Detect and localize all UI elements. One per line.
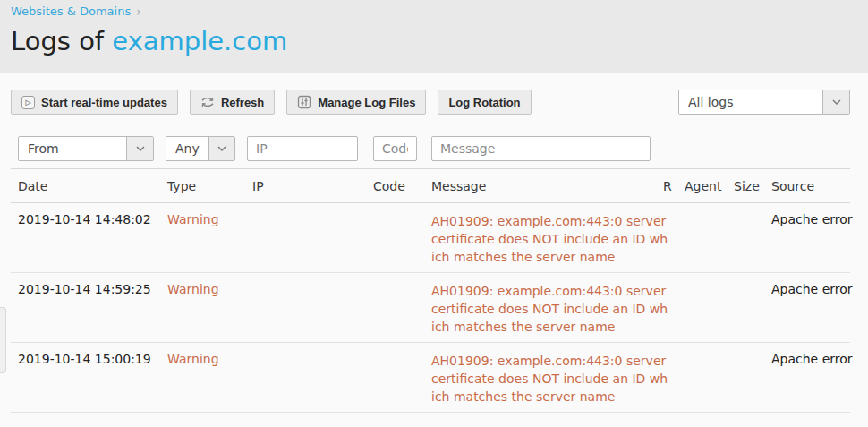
column-header-date: Date xyxy=(18,179,167,193)
date-from-select[interactable]: From xyxy=(18,136,154,161)
column-header-r: R xyxy=(663,179,685,193)
play-icon: ▷ xyxy=(21,96,35,109)
refresh-button[interactable]: Refresh xyxy=(190,90,275,115)
log-file-select-value: All logs xyxy=(679,90,822,114)
page-title-prefix: Logs of xyxy=(11,26,112,56)
table-header-row: Date Type IP Code Message R Agent Size S… xyxy=(11,168,850,203)
column-header-agent: Agent xyxy=(685,179,734,193)
log-date: 2019-10-14 15:00:19 xyxy=(18,352,167,366)
log-type: Warning xyxy=(167,212,252,226)
column-header-size: Size xyxy=(734,179,771,193)
log-rotation-button[interactable]: Log Rotation xyxy=(438,90,531,115)
breadcrumb-link-websites-domains[interactable]: Websites & Domains xyxy=(11,4,131,18)
manage-log-files-label: Manage Log Files xyxy=(318,96,415,109)
page-title-domain: example.com xyxy=(112,26,287,56)
logs-page: Websites & Domains › Logs of example.com… xyxy=(0,0,868,427)
log-type: Warning xyxy=(167,282,252,296)
column-header-ip: IP xyxy=(252,179,373,193)
column-header-message: Message xyxy=(431,179,663,193)
chevron-down-icon[interactable] xyxy=(126,137,153,160)
table-body: 2019-10-14 14:48:02 Warning AH01909: exa… xyxy=(11,203,850,413)
ip-filter-input[interactable] xyxy=(247,136,358,161)
column-header-type: Type xyxy=(167,179,252,193)
start-realtime-updates-label: Start real-time updates xyxy=(41,96,167,109)
table-row: 2019-10-14 15:00:19 Warning AH01909: exa… xyxy=(11,343,850,413)
table-row: 2019-10-14 14:48:02 Warning AH01909: exa… xyxy=(11,203,850,273)
chevron-down-icon[interactable] xyxy=(208,137,234,160)
log-type: Warning xyxy=(167,352,252,366)
filter-row: From Any xyxy=(18,136,850,161)
toolbar: ▷ Start real-time updates Refresh xyxy=(11,90,850,115)
chevron-down-icon[interactable] xyxy=(822,90,849,114)
breadcrumb: Websites & Domains › xyxy=(11,4,857,18)
date-from-value: From xyxy=(19,137,126,160)
log-message: AH01909: example.com:443:0 server certif… xyxy=(431,212,663,266)
log-file-select[interactable]: All logs xyxy=(678,90,850,115)
log-source: Apache error xyxy=(771,282,853,296)
log-date: 2019-10-14 14:59:25 xyxy=(18,282,167,296)
log-table: Date Type IP Code Message R Agent Size S… xyxy=(11,168,850,413)
page-title: Logs of example.com xyxy=(11,26,857,56)
side-panel-handle[interactable] xyxy=(0,307,6,373)
type-filter-value: Any xyxy=(166,137,208,160)
refresh-label: Refresh xyxy=(221,96,264,109)
log-message: AH01909: example.com:443:0 server certif… xyxy=(431,352,663,406)
column-header-source: Source xyxy=(771,179,850,193)
manage-log-files-button[interactable]: Manage Log Files xyxy=(286,90,426,115)
page-header: Websites & Domains › Logs of example.com xyxy=(0,0,868,73)
message-filter-input[interactable] xyxy=(431,136,651,161)
sliders-icon xyxy=(297,95,311,109)
log-date: 2019-10-14 14:48:02 xyxy=(18,212,167,226)
log-source: Apache error xyxy=(771,352,853,366)
column-header-code: Code xyxy=(373,179,431,193)
log-rotation-label: Log Rotation xyxy=(448,96,520,109)
type-filter-select[interactable]: Any xyxy=(166,136,235,161)
log-message: AH01909: example.com:443:0 server certif… xyxy=(431,282,663,336)
start-realtime-updates-button[interactable]: ▷ Start real-time updates xyxy=(11,90,178,115)
table-row: 2019-10-14 14:59:25 Warning AH01909: exa… xyxy=(11,273,850,343)
log-source: Apache error xyxy=(771,212,853,226)
breadcrumb-chevron-icon: › xyxy=(136,5,141,18)
code-filter-input[interactable] xyxy=(373,136,417,161)
refresh-icon xyxy=(200,96,215,108)
